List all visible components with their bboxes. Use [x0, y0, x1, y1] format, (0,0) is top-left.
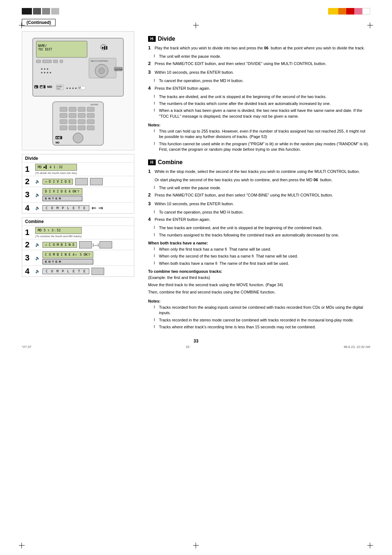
divide-note1-marker: l: [154, 129, 157, 140]
divide-bullet2-marker: l: [154, 78, 157, 84]
combine-step1-display: MD 5 ↑ 3：52: [35, 227, 82, 234]
combine-item-4: 4 Press the ENTER button again.: [148, 216, 370, 223]
divide-step1-row: 1 MD ▶▌ 4 1：32 (To divide the fourth tra…: [22, 162, 134, 176]
svg-rect-47: [69, 119, 76, 124]
combine-bullet-4: l The numbers assigned to the tracks fol…: [148, 232, 370, 238]
combine-step4-content: 🔈 C O M P L E T E: [35, 268, 131, 275]
svg-rect-41: [87, 107, 94, 112]
combine-step2-number: 2: [25, 241, 33, 249]
svg-rect-39: [69, 107, 76, 112]
combine-when-both-3: l When both tracks have a name fi The na…: [148, 261, 370, 266]
combine-two-step1-text: Move the third track to the second track…: [148, 283, 283, 287]
divide-item-2: 2 Press the NAME/TOC EDIT button, and th…: [148, 61, 370, 67]
combine-bullet4-marker: l: [154, 232, 157, 238]
combine-when-both-title: When both tracks have a name:: [148, 241, 370, 245]
color-swatch-7: [346, 8, 354, 15]
divide-step1-content: MD ▶▌ 4 1：32 (To divide the fourth track…: [35, 164, 131, 175]
combine-step1-caption: (To combine the fourth and fifth tracks): [35, 235, 82, 238]
divide-note1-text: This unit can hold up to 255 tracks. How…: [159, 129, 370, 140]
combine-bullet3-text: The two tracks are combined, and the uni…: [159, 225, 323, 231]
combine-steps-diagram: Combine 1 MD 5 ↑ 3：52 (To combine the fo…: [22, 217, 134, 277]
combine-bullet1-text: The unit will enter the pause mode.: [159, 185, 221, 191]
combine-when2-marker: l: [154, 254, 157, 259]
svg-text:ENTER: ENTER: [91, 104, 98, 106]
combine-step1-row: 1 MD 5 ↑ 3：52 (To combine the fourth and…: [22, 226, 134, 239]
page-number: 33: [193, 339, 198, 344]
svg-rect-50: [60, 126, 67, 130]
svg-rect-42: [60, 113, 67, 118]
divide-step2-box1: [75, 178, 88, 185]
main-columns: NAME/ TOC EDIT ▶▌▌ MULTI CONTROL: [22, 31, 370, 331]
svg-rect-8: [53, 60, 58, 63]
svg-text:NAME/: NAME/: [38, 44, 47, 48]
combine-two-step1: Move the third track to the second track…: [148, 282, 370, 288]
divide-item2-text: Press the NAME/TOC EDIT button, and then…: [155, 61, 326, 67]
svg-text:TOC: TOC: [57, 88, 61, 90]
divide-diagram-title: Divide: [22, 154, 134, 162]
footer-left: *27-37: [22, 345, 32, 349]
combine-bullet2-marker: l: [154, 210, 157, 215]
divide-step2-speaker: 🔈: [35, 179, 40, 184]
registration-mark-tl: [19, 23, 25, 28]
color-swatch-2: [33, 8, 41, 15]
combine-item3-text: Within 10 seconds, press the ENTER butto…: [155, 201, 234, 207]
divide-step3-display: D I V I D E 4 OK？: [42, 188, 82, 195]
divide-note-2: l This function cannot be used while in …: [148, 141, 370, 153]
divide-bullet4-marker: l: [154, 101, 157, 106]
combine-letter-box: H: [148, 159, 156, 165]
svg-rect-52: [78, 126, 85, 130]
combine-section-header: H Combine: [148, 159, 370, 166]
color-swatch-1: [22, 8, 32, 15]
combine-section-title: Combine: [158, 159, 183, 166]
divide-item4-text: Press the ENTER button again.: [155, 86, 210, 92]
combine-bullet2-text: To cancel the operation, press the MD H …: [159, 210, 244, 215]
registration-mark-br: [367, 543, 373, 548]
svg-rect-49: [87, 119, 94, 124]
svg-point-19: [41, 72, 42, 73]
combine-step2-box2: [99, 241, 112, 248]
divide-notes: Notes: l This unit can hold up to 255 tr…: [148, 123, 370, 153]
combine-two-example-text: (Example: the first and third tracks): [148, 275, 210, 280]
combine-step4-box: [91, 268, 104, 275]
combine-step4-complete: C O M P L E T E: [42, 268, 89, 274]
svg-point-33: [72, 88, 74, 89]
combine-when-both-1: l When only the first track has a name f…: [148, 247, 370, 252]
combine-step3-speaker: 🔈: [35, 256, 40, 260]
svg-point-31: [66, 88, 68, 89]
color-swatch-9: [362, 8, 370, 15]
svg-text:ENTER: ENTER: [115, 68, 123, 70]
registration-mark-bc: [193, 543, 199, 548]
divide-bullet4-text: The numbers of the tracks which come aft…: [159, 101, 331, 106]
combine-step3-content: 🔈 C O M B I N E 4＋ 5 OK？ E N T E R: [35, 251, 131, 264]
footer-center: 33: [186, 345, 189, 349]
divide-step2-content: 🔈 → D I V I D E: [35, 178, 131, 185]
divide-bullet3-marker: l: [154, 94, 157, 100]
combine-note-3: l Tracks where either track's recording …: [148, 324, 370, 330]
divide-bullet5-marker: l: [154, 108, 157, 119]
combine-when3-text: When both tracks have a name fi The name…: [159, 261, 289, 266]
combine-item-3: 3 Within 10 seconds, press the ENTER but…: [148, 201, 370, 207]
combine-note3-text: Tracks where either track's recording ti…: [159, 324, 316, 330]
svg-text:MD: MD: [56, 141, 60, 144]
combine-when2-text: When only the second of the two tracks h…: [159, 254, 298, 259]
svg-rect-9: [60, 60, 63, 63]
combine-item2-text: Press the NAME/TOC EDIT button, and then…: [155, 193, 333, 198]
combine-or-text: Or start playing the second of the two t…: [148, 177, 370, 183]
combine-item-1: 1 While in the stop mode, select the sec…: [148, 169, 370, 175]
main-content: (Continued) NAME/ TOC EDIT: [0, 8, 392, 363]
svg-rect-40: [78, 107, 85, 112]
svg-point-20: [44, 72, 45, 73]
divide-step4-number: 4: [25, 204, 33, 212]
combine-when1-marker: l: [154, 247, 157, 252]
combine-bullet-2: l To cancel the operation, press the MD …: [148, 210, 370, 215]
svg-rect-48: [78, 119, 85, 124]
svg-rect-38: [60, 107, 67, 112]
color-swatch-5: [328, 8, 338, 15]
divide-item-4: 4 Press the ENTER button again.: [148, 85, 370, 92]
svg-text:■ ▶▌: ■ ▶▌: [56, 137, 61, 139]
combine-when3-marker: l: [154, 261, 157, 266]
divide-step3-number: 3: [25, 191, 33, 199]
registration-mark-tr: [367, 23, 373, 28]
svg-rect-46: [60, 119, 67, 124]
combine-item1-text: While in the stop mode, select the secon…: [155, 169, 360, 175]
